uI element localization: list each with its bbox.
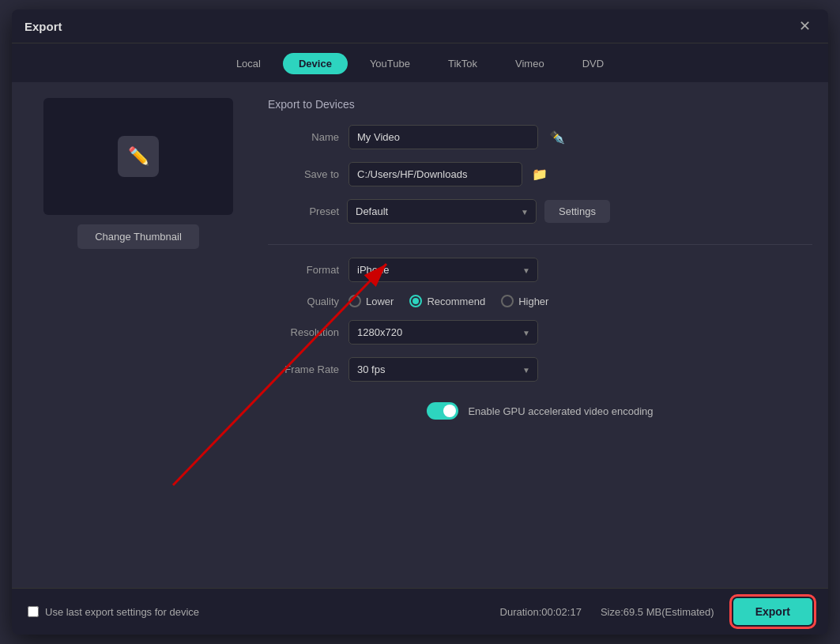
use-last-settings-checkbox[interactable] [28, 606, 39, 617]
title-bar: Export ✕ [12, 9, 828, 43]
footer: Use last export settings for device Dura… [12, 588, 828, 635]
framerate-select[interactable]: 30 fps [348, 357, 538, 382]
framerate-label: Frame Rate [268, 363, 339, 375]
tab-device[interactable]: Device [283, 53, 348, 74]
tab-local[interactable]: Local [220, 53, 277, 74]
export-button[interactable]: Export [733, 598, 812, 625]
quality-higher[interactable]: Higher [501, 295, 548, 307]
save-path-input[interactable] [348, 162, 522, 186]
quality-lower-label: Lower [366, 296, 394, 307]
use-last-settings-label: Use last export settings for device [45, 606, 199, 618]
browse-folder-button[interactable]: 📁 [529, 164, 551, 185]
tab-vimeo[interactable]: Vimeo [499, 53, 560, 74]
dialog-title: Export [24, 20, 62, 33]
footer-left: Use last export settings for device [28, 606, 199, 618]
dialog-overlay: Export ✕ Local Device YouTube TikTok Vim… [0, 0, 840, 644]
gpu-toggle[interactable] [427, 402, 458, 420]
thumbnail-edit-icon: ✏️ [118, 136, 159, 177]
right-panel: Export to Devices Name ✒️ Save to 📁 [268, 98, 812, 572]
save-to-row: Save to 📁 [268, 162, 812, 186]
tab-dvd[interactable]: DVD [567, 53, 620, 74]
quality-lower-radio[interactable] [348, 295, 361, 307]
tab-bar: Local Device YouTube TikTok Vimeo DVD [12, 43, 828, 82]
framerate-row: Frame Rate 30 fps ▼ [268, 357, 812, 382]
quality-recommend-radio[interactable] [409, 295, 422, 307]
name-label: Name [268, 131, 339, 143]
section-title: Export to Devices [268, 98, 812, 111]
format-label: Format [268, 264, 339, 276]
resolution-select-wrapper: 1280x720 ▼ [348, 320, 538, 345]
preset-label: Preset [268, 205, 339, 217]
left-panel: ✏️ Change Thumbnail [28, 98, 249, 572]
gpu-toggle-knob [443, 405, 456, 417]
size-text: Size:69.5 MB(Estimated) [601, 606, 714, 618]
quality-recommend[interactable]: Recommend [409, 295, 485, 307]
tab-youtube[interactable]: YouTube [354, 53, 426, 74]
change-thumbnail-button[interactable]: Change Thumbnail [77, 224, 199, 249]
name-row: Name ✒️ [268, 125, 812, 149]
footer-meta: Duration:00:02:17 Size:69.5 MB(Estimated… [500, 598, 812, 625]
quality-recommend-label: Recommend [427, 296, 485, 307]
resolution-row: Resolution 1280x720 ▼ [268, 320, 812, 345]
preset-select[interactable]: Default [347, 199, 537, 224]
quality-row: Quality Lower Recommend Higher [268, 295, 812, 307]
name-input[interactable] [348, 125, 538, 149]
ai-generate-button[interactable]: ✒️ [548, 128, 567, 146]
quality-options: Lower Recommend Higher [348, 295, 548, 307]
duration-text: Duration:00:02:17 [500, 606, 582, 618]
quality-higher-radio[interactable] [501, 295, 514, 307]
gpu-toggle-label: Enable GPU accelerated video encoding [468, 405, 653, 417]
quality-lower[interactable]: Lower [348, 295, 394, 307]
tab-tiktok[interactable]: TikTok [432, 53, 493, 74]
framerate-select-wrapper: 30 fps ▼ [348, 357, 538, 382]
settings-button[interactable]: Settings [544, 200, 610, 223]
preset-select-wrapper: Default ▼ [347, 199, 537, 224]
resolution-select[interactable]: 1280x720 [348, 320, 538, 345]
format-select[interactable]: iPhone [348, 258, 538, 282]
save-to-label: Save to [268, 168, 339, 180]
gpu-toggle-row: Enable GPU accelerated video encoding [268, 402, 812, 420]
preset-row: Preset Default ▼ Settings [268, 199, 812, 224]
format-select-wrapper: iPhone ▼ [348, 258, 538, 282]
export-dialog: Export ✕ Local Device YouTube TikTok Vim… [12, 9, 828, 635]
format-row: Format iPhone ▼ [268, 258, 812, 282]
section-divider [268, 244, 812, 245]
quality-label: Quality [268, 296, 339, 307]
main-content: ✏️ Change Thumbnail Export to Devices Na… [12, 82, 828, 588]
thumbnail-preview: ✏️ [43, 98, 233, 215]
close-button[interactable]: ✕ [794, 17, 816, 35]
resolution-label: Resolution [268, 326, 339, 338]
quality-higher-label: Higher [518, 296, 548, 307]
